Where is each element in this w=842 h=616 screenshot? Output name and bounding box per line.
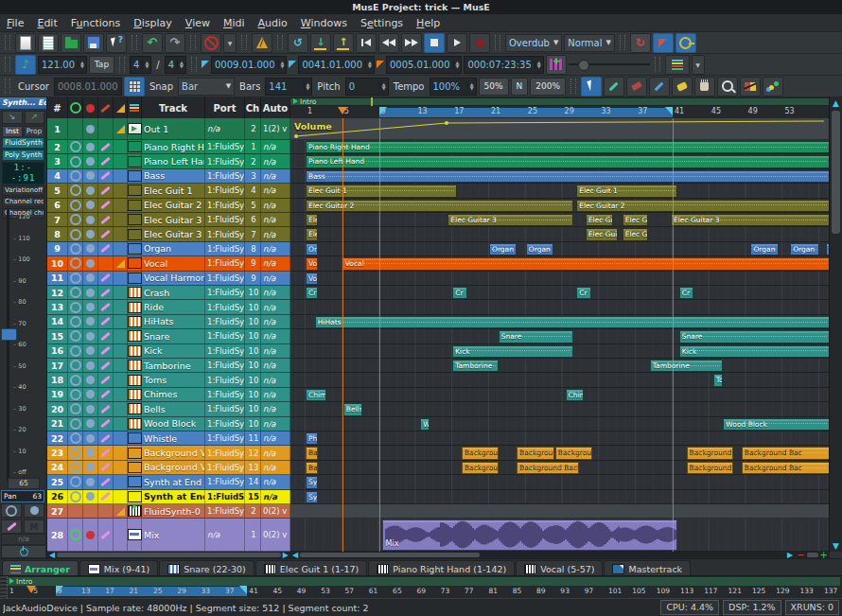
part-background[interactable]: Background xyxy=(517,447,554,459)
track-row[interactable]: 6Elec Guitar 21:FluidSynth-05n/a xyxy=(47,199,290,213)
header-auto[interactable]: Auto xyxy=(261,97,290,118)
track-automation[interactable]: n/a xyxy=(261,256,290,270)
track-timelock-cell[interactable] xyxy=(114,286,128,299)
track-channel[interactable]: 9 xyxy=(245,256,261,270)
tab-snare-22-30-[interactable]: Snare (22-30) xyxy=(159,560,254,576)
track-record-button[interactable] xyxy=(68,286,83,299)
patch-name[interactable]: Poly Synth xyxy=(2,150,44,161)
track-name[interactable]: Crash xyxy=(142,286,205,299)
part-background[interactable]: Background xyxy=(462,447,499,459)
track-timelock-cell[interactable] xyxy=(114,504,128,518)
track-channel[interactable]: 10 xyxy=(245,373,261,386)
time-spinbox[interactable]: 000:07:23:35▲▼ xyxy=(464,56,543,74)
track-channel[interactable]: 5 xyxy=(245,199,261,212)
fader-handle[interactable] xyxy=(1,328,17,341)
track-timelock-cell[interactable] xyxy=(114,490,128,503)
metronome-button[interactable] xyxy=(252,33,272,53)
track-name[interactable]: Snare xyxy=(142,329,205,343)
track-record-button[interactable] xyxy=(68,446,83,459)
track-record-button[interactable] xyxy=(68,199,83,212)
track-timelock-cell[interactable] xyxy=(114,300,128,313)
track-row[interactable]: 3Piano Left Hand1:FluidSynth-02n/a xyxy=(47,154,290,168)
track-name[interactable]: Wood Block xyxy=(142,417,205,431)
track-row[interactable]: 27FluidSynth-01:FluidSynth-020(2) v xyxy=(47,504,290,519)
toolbar-drag-handle[interactable] xyxy=(495,35,500,50)
part-background-bac[interactable]: Background Bac xyxy=(742,462,830,474)
track-automation[interactable]: n/a xyxy=(261,402,290,415)
track-name[interactable]: Elec Guit 1 xyxy=(142,184,205,197)
track-row[interactable]: 4Bass1:FluidSynth-03n/a xyxy=(47,169,290,184)
header-mute-icon[interactable] xyxy=(83,97,98,118)
zoom-out-icon[interactable]: − xyxy=(795,553,806,558)
track-timelock-cell[interactable] xyxy=(114,475,128,488)
track-mute-button[interactable] xyxy=(83,272,98,285)
part-piano-left-hand[interactable]: Piano Left Hand xyxy=(306,155,830,167)
track-row[interactable]: 20Bells1:FluidSynth-010n/a xyxy=(47,402,290,416)
right-marker-spinbox[interactable]: 0041.01.000▲▼ xyxy=(298,56,374,74)
track-automation[interactable]: 1(2) v xyxy=(261,118,290,139)
track-timelock-cell[interactable] xyxy=(114,402,128,415)
part-organ[interactable]: Organ xyxy=(526,243,553,255)
track-channel[interactable]: 6 xyxy=(245,213,261,226)
part-kick[interactable]: Kick xyxy=(679,345,830,358)
track-name[interactable]: Piano Left Hand xyxy=(142,154,205,167)
track-row[interactable]: 13Ride1:FluidSynth-010n/a xyxy=(47,300,290,314)
tab-vocal-5-57-[interactable]: Vocal (5-57) xyxy=(516,560,603,576)
track-row[interactable]: 7Elec Guitar 31:FluidSynth-06n/a xyxy=(47,213,290,227)
track-automation[interactable]: n/a xyxy=(261,490,290,503)
track-record-button[interactable] xyxy=(68,213,83,226)
position-spinbox[interactable]: 0005.01.000▲▼ xyxy=(386,56,462,74)
track-name[interactable]: Whistle xyxy=(142,431,205,445)
track-timelock-cell[interactable] xyxy=(114,154,128,167)
part-tamborine[interactable]: Tamborine xyxy=(650,360,724,372)
menu-item-display[interactable]: Display xyxy=(127,15,179,31)
track-row[interactable]: 1Out 1n/a21(2) v xyxy=(47,118,290,140)
mute-part-tool-button[interactable] xyxy=(740,77,761,97)
track-automation[interactable]: n/a xyxy=(261,461,290,474)
track-timelock-cell[interactable] xyxy=(114,242,128,255)
track-automation[interactable]: n/a xyxy=(261,169,290,183)
track-record-button[interactable] xyxy=(68,490,83,503)
track-name[interactable]: Kick xyxy=(142,344,205,358)
track-row[interactable]: 28Mixn/a10(2) v xyxy=(47,519,290,552)
part-organ[interactable]: Organ xyxy=(790,243,819,255)
track-timelock-cell[interactable] xyxy=(114,417,128,431)
track-automation[interactable]: n/a xyxy=(261,199,290,212)
part-elec-guitar-3[interactable]: Elec Guitar 3 xyxy=(671,214,830,226)
part-vo[interactable]: Vo xyxy=(306,273,318,285)
track-channel[interactable]: 10 xyxy=(245,329,261,343)
save-button[interactable] xyxy=(83,33,104,53)
tab-mix-9-41-[interactable]: Mix (9-41) xyxy=(79,560,158,576)
part-or[interactable]: Or xyxy=(306,243,318,255)
sig-denominator-spinbox[interactable]: 4▲▼ xyxy=(165,56,186,74)
track-port[interactable]: 1:FluidSynth-0 xyxy=(205,315,245,328)
left-marker-spinbox[interactable]: 0009.01.000▲▼ xyxy=(211,56,287,74)
header-track[interactable]: Track xyxy=(142,97,205,118)
track-automation[interactable]: n/a xyxy=(261,431,290,445)
zoom-in-icon[interactable]: + xyxy=(818,553,830,558)
track-channel[interactable]: 2 xyxy=(245,504,261,518)
menu-item-view[interactable]: View xyxy=(179,15,217,31)
part-w[interactable]: W xyxy=(420,418,430,431)
track-port[interactable]: 1:FluidSynth-0 xyxy=(205,272,245,285)
track-automation[interactable]: n/a xyxy=(261,227,290,240)
track-mute-button[interactable] xyxy=(83,461,98,474)
track-solo-button[interactable] xyxy=(98,490,114,503)
part-piano-right-hand[interactable]: Piano Right Hand xyxy=(306,141,830,153)
track-record-button[interactable] xyxy=(68,256,83,270)
track-port[interactable]: n/a xyxy=(205,118,245,139)
scroll-left-icon[interactable]: ◀ xyxy=(290,552,300,558)
menu-item-functions[interactable]: Functions xyxy=(64,15,128,31)
track-port[interactable]: 1:FluidSynth-0 xyxy=(205,213,245,226)
track-channel[interactable]: 12 xyxy=(245,446,261,459)
sidebar-tab-prop[interactable]: Prop xyxy=(24,126,44,136)
tab-piano-right-hand-1-142-[interactable]: Piano Right Hand (1-142) xyxy=(368,560,515,576)
track-row[interactable]: 8Elec Guitar 3 Ech1:FluidSynth-07n/a xyxy=(47,227,290,241)
track-record-button[interactable] xyxy=(68,373,83,386)
part-snare[interactable]: Snare xyxy=(679,330,830,343)
track-mute-button[interactable] xyxy=(83,227,98,240)
track-mute-button[interactable] xyxy=(83,118,98,139)
track-mute-button[interactable] xyxy=(83,504,98,518)
track-lane[interactable] xyxy=(290,504,830,519)
track-row[interactable]: 11Vocal Harmony1:FluidSynth-09n/a xyxy=(47,272,290,286)
